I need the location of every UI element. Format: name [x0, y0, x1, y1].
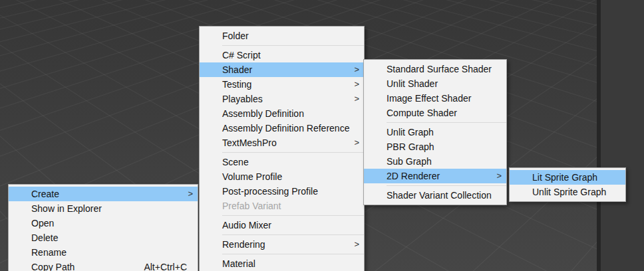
- menu-item-label: Unlit Shader: [387, 78, 501, 89]
- menu-item-post-processing-profile[interactable]: Post-processing Profile: [200, 184, 364, 199]
- submenu-arrow-icon: >: [354, 240, 359, 248]
- menu-item-shader-variant-collection[interactable]: Shader Variant Collection: [364, 188, 506, 203]
- menu-item-label: Folder: [222, 31, 359, 41]
- menu-item-material[interactable]: Material: [200, 256, 364, 271]
- menu-item-testing[interactable]: Testing>: [200, 77, 364, 92]
- menu-item-assembly-definition-reference[interactable]: Assembly Definition Reference: [200, 121, 364, 136]
- menu-item-image-effect-shader[interactable]: Image Effect Shader: [364, 91, 506, 106]
- side-panel: [601, 0, 644, 271]
- menu-item-label: Rename: [31, 247, 192, 258]
- menu-item-label: Volume Profile: [222, 171, 359, 182]
- menu-item-label: Prefab Variant: [222, 201, 359, 211]
- menu-separator: [387, 122, 506, 123]
- menu-separator: [222, 234, 364, 235]
- menu-item-label: Open: [31, 218, 192, 228]
- menu-item-unlit-graph[interactable]: Unlit Graph: [364, 125, 506, 139]
- submenu-arrow-icon: >: [354, 138, 359, 147]
- menu-item-textmeshpro[interactable]: TextMeshPro>: [200, 136, 364, 150]
- menu-item-unlit-shader[interactable]: Unlit Shader: [364, 76, 506, 91]
- asset-context-menu: Create>Show in ExplorerOpenDeleteRenameC…: [8, 184, 198, 271]
- menu-item-create[interactable]: Create>: [9, 187, 198, 201]
- menu-item-standard-surface-shader[interactable]: Standard Surface Shader: [364, 62, 506, 76]
- menu-item-volume-profile[interactable]: Volume Profile: [200, 169, 364, 184]
- menu-item-label: 2D Renderer: [387, 171, 501, 181]
- menu-separator: [222, 152, 364, 153]
- create-submenu: FolderC# ScriptShader>Testing>Playables>…: [199, 26, 365, 271]
- menu-item-rendering[interactable]: Rendering>: [200, 237, 364, 252]
- menu-item-show-in-explorer[interactable]: Show in Explorer: [9, 201, 198, 216]
- menu-separator: [222, 254, 364, 254]
- menu-item-lit-sprite-graph[interactable]: Lit Sprite Graph: [510, 170, 625, 185]
- menu-separator: [222, 45, 364, 46]
- menu-item-scene[interactable]: Scene: [200, 155, 364, 169]
- menu-item-c-script[interactable]: C# Script: [200, 48, 364, 62]
- menu-item-label: Image Effect Shader: [387, 93, 501, 104]
- menu-item-compute-shader[interactable]: Compute Shader: [364, 106, 506, 120]
- menu-item-delete[interactable]: Delete: [9, 230, 198, 245]
- menu-separator: [222, 215, 364, 216]
- menu-item-label: Assembly Definition: [222, 108, 359, 119]
- menu-item-label: Testing: [222, 79, 359, 90]
- menu-item-folder[interactable]: Folder: [200, 29, 364, 43]
- menu-item-label: Sub Graph: [387, 156, 501, 167]
- menu-separator: [387, 185, 506, 186]
- menu-item-label: Unlit Graph: [387, 127, 501, 137]
- menu-item-label: Show in Explorer: [31, 203, 192, 214]
- shortcut-label: Alt+Ctrl+C: [144, 262, 187, 271]
- 2d-renderer-submenu: Lit Sprite GraphUnlit Sprite Graph: [509, 167, 626, 202]
- menu-item-shader[interactable]: Shader>: [200, 62, 364, 77]
- submenu-arrow-icon: >: [496, 171, 502, 180]
- menu-item-label: Assembly Definition Reference: [222, 123, 359, 134]
- menu-item-label: Compute Shader: [387, 108, 501, 118]
- menu-item-rename[interactable]: Rename: [9, 245, 198, 260]
- menu-item-label: Copy Path: [31, 262, 144, 271]
- menu-item-label: Post-processing Profile: [222, 186, 359, 197]
- menu-item-label: Rendering: [222, 239, 359, 250]
- menu-item-label: Create: [31, 189, 192, 199]
- menu-item-label: Unlit Sprite Graph: [532, 187, 620, 197]
- menu-item-playables[interactable]: Playables>: [200, 92, 364, 106]
- menu-item-label: Scene: [222, 157, 359, 167]
- menu-item-copy-path[interactable]: Copy PathAlt+Ctrl+C: [9, 260, 198, 271]
- menu-item-pbr-graph[interactable]: PBR Graph: [364, 139, 506, 154]
- menu-item-label: Audio Mixer: [222, 220, 359, 230]
- menu-item-label: Shader Variant Collection: [387, 190, 501, 201]
- menu-item-sub-graph[interactable]: Sub Graph: [364, 154, 506, 169]
- menu-item-label: Shader: [222, 64, 359, 75]
- submenu-arrow-icon: >: [354, 94, 359, 103]
- submenu-arrow-icon: >: [354, 65, 359, 74]
- menu-item-prefab-variant: Prefab Variant: [200, 199, 364, 213]
- menu-item-assembly-definition[interactable]: Assembly Definition: [200, 106, 364, 121]
- menu-item-label: Material: [222, 258, 359, 269]
- menu-item-label: PBR Graph: [387, 141, 501, 152]
- submenu-arrow-icon: >: [354, 80, 359, 88]
- menu-item-label: TextMeshPro: [222, 137, 359, 148]
- menu-item-audio-mixer[interactable]: Audio Mixer: [200, 218, 364, 232]
- menu-item-open[interactable]: Open: [9, 216, 198, 230]
- menu-item-2d-renderer[interactable]: 2D Renderer>: [364, 169, 506, 183]
- menu-item-label: Lit Sprite Graph: [532, 172, 620, 183]
- submenu-arrow-icon: >: [188, 189, 193, 198]
- menu-item-label: Playables: [222, 94, 359, 104]
- menu-item-unlit-sprite-graph[interactable]: Unlit Sprite Graph: [510, 185, 625, 199]
- menu-item-label: Delete: [31, 232, 192, 243]
- menu-item-label: C# Script: [222, 50, 359, 60]
- shader-submenu: Standard Surface ShaderUnlit ShaderImage…: [363, 59, 507, 205]
- menu-item-label: Standard Surface Shader: [387, 64, 501, 74]
